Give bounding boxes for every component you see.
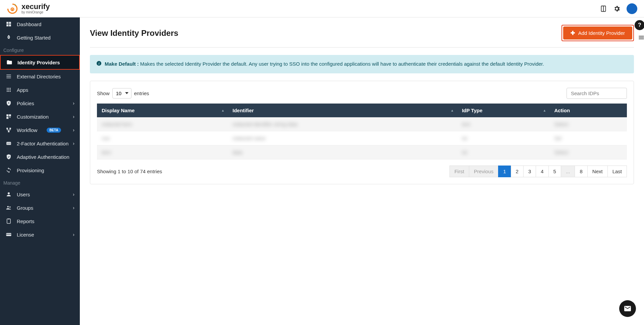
info-icon: i [97,61,101,68]
cell-action: Select [549,117,627,131]
page-8[interactable]: 8 [575,166,587,177]
entries-selector: Show 10 entries [97,88,149,99]
page-next[interactable]: Next [587,166,608,177]
table-footer: Showing 1 to 10 of 74 entries FirstPrevi… [97,166,627,177]
svg-point-13 [7,91,8,92]
table-row[interactable]: itemdatatxtSelect [97,145,627,159]
cell-identifier: redacted identifier string data [228,117,457,131]
help-button[interactable]: ? [635,20,644,30]
svg-rect-17 [6,114,8,116]
sidebar-item-label: Adaptive Authentication [17,154,69,160]
svg-text:123: 123 [7,142,11,144]
sidebar-item-apps[interactable]: Apps [0,83,80,96]
svg-point-11 [8,89,9,90]
svg-rect-5 [6,24,8,26]
twofactor-icon: 123 [5,140,12,147]
beta-badge: BETA [47,128,61,133]
avatar[interactable] [627,3,637,14]
page-3[interactable]: 3 [523,166,536,177]
table-controls: Show 10 entries [97,88,627,99]
svg-point-14 [8,91,9,92]
page-2[interactable]: 2 [511,166,524,177]
sidebar: DashboardGetting Started Configure Ident… [0,17,80,325]
sidebar-item-reports[interactable]: Reports [0,214,80,228]
svg-point-8 [8,88,9,89]
header-actions [600,3,637,14]
column-idp-type[interactable]: IdP Type▲ [457,104,549,117]
sidebar-item-label: Users [17,192,30,197]
pagination: FirstPrevious12345...8NextLast [450,166,627,177]
side-menu-toggle[interactable] [638,34,644,41]
sidebar-item-label: Dashboard [17,21,41,27]
sidebar-item-label: Getting Started [17,35,51,41]
sidebar-item-adaptive-authentication[interactable]: Adaptive Authentication [0,150,80,164]
chevron-right-icon: › [73,205,74,210]
svg-point-26 [7,206,9,208]
page-header: View Identity Providers ✚ Add Identity P… [90,25,634,48]
info-banner: i Make Default : Makes the selected Iden… [90,55,634,73]
svg-rect-19 [6,117,8,119]
sidebar-item-customization[interactable]: Customization› [0,110,80,123]
chevron-right-icon: › [73,101,74,106]
sidebar-item-groups[interactable]: Groups› [0,201,80,214]
sidebar-item-users[interactable]: Users› [0,188,80,201]
sidebar-item-label: Customization [17,114,49,120]
svg-point-27 [9,206,11,208]
svg-rect-29 [8,219,10,219]
license-icon [5,231,12,238]
gear-icon[interactable] [613,5,621,12]
chevron-right-icon: › [73,114,74,119]
sidebar-item-external-directories[interactable]: External Directories [0,70,80,83]
table-row[interactable]: rowredacted valuetxtSel [97,131,627,145]
cell-action: Select [549,145,627,159]
idp-icon [6,59,13,66]
shield-icon [5,153,12,160]
main-content: ? View Identity Providers ✚ Add Identity… [80,17,644,325]
top-header: xecurify by miniOrange [0,0,644,17]
svg-point-16 [8,103,9,104]
sidebar-item-workflow[interactable]: WorkflowBETA› [0,123,80,137]
sidebar-item-license[interactable]: License› [0,228,80,241]
svg-point-7 [7,88,8,89]
add-identity-provider-button[interactable]: ✚ Add Identity Provider [563,26,632,40]
plus-icon: ✚ [571,30,575,36]
column-action[interactable]: Action [549,104,627,117]
cell-type: text [457,117,549,131]
brand-title: xecurify [21,3,50,10]
customization-icon [5,113,12,120]
logo-icon [7,3,18,14]
sidebar-item-dashboard[interactable]: Dashboard [0,17,80,31]
svg-rect-22 [8,131,10,132]
column-identifier[interactable]: Identifier▲ [228,104,457,117]
entries-select[interactable]: 10 [112,88,131,99]
cell-type: txt [457,131,549,145]
page-last[interactable]: Last [607,166,627,177]
column-display-name[interactable]: Display Name▲ [97,104,228,117]
page-4[interactable]: 4 [536,166,548,177]
svg-point-12 [10,89,11,90]
docs-icon[interactable] [600,5,607,12]
rocket-icon [5,34,12,41]
sidebar-item-policies[interactable]: Policies› [0,96,80,110]
page-1[interactable]: 1 [498,166,511,177]
brand-subtitle: by miniOrange [21,10,50,14]
apps-icon [5,86,12,93]
page-5[interactable]: 5 [548,166,561,177]
table-row[interactable]: redacted itemredacted identifier string … [97,117,627,131]
cell-display: redacted item [97,117,228,131]
brand-logo[interactable]: xecurify by miniOrange [7,3,50,14]
add-button-label: Add Identity Provider [578,30,625,36]
cell-display: item [97,145,228,159]
banner-label: Make Default : [105,61,139,67]
sidebar-item-2-factor-authentication[interactable]: 1232-Factor Authentication› [0,137,80,150]
entries-label: entries [134,90,149,96]
sidebar-item-label: Workflow [17,127,37,133]
chat-button[interactable] [619,300,636,317]
sidebar-item-provisioning[interactable]: Provisioning [0,164,80,177]
search-input[interactable] [567,88,627,99]
chevron-right-icon: › [73,192,74,197]
sidebar-item-getting-started[interactable]: Getting Started [0,31,80,44]
sidebar-item-identity-providers[interactable]: Identity Providers [0,55,80,70]
user-icon [5,191,12,198]
sidebar-section-manage: Manage [0,177,80,188]
